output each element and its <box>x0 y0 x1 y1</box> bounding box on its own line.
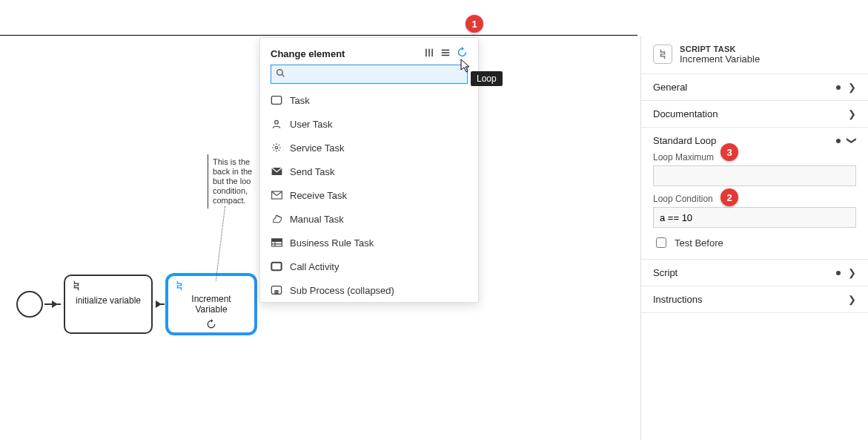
section-label: Instructions <box>653 294 702 305</box>
callout-1: 1 <box>466 15 483 33</box>
has-content-dot-icon <box>836 139 841 143</box>
script-icon <box>71 280 82 294</box>
loop-condition-label: Loop Condition <box>653 194 856 204</box>
chevron-down-icon: ❯ <box>847 137 858 145</box>
loop-maximum-input[interactable] <box>653 165 856 186</box>
section-script[interactable]: Script ❯ <box>641 260 868 286</box>
svg-point-0 <box>277 70 283 76</box>
send-icon <box>271 167 282 176</box>
element-type: SCRIPT TASK <box>680 45 760 53</box>
task-increment-variable-selected[interactable]: Increment Variable <box>167 275 256 334</box>
parallel-list-icon[interactable] <box>424 47 434 60</box>
section-label: General <box>653 82 687 93</box>
menu-label: Manual Task <box>290 214 344 225</box>
menu-item-task[interactable]: Task <box>260 88 477 112</box>
svg-rect-1 <box>271 96 281 105</box>
call-activity-icon <box>271 261 282 272</box>
section-standard-loop[interactable]: Standard Loop ❯ <box>641 128 868 152</box>
test-before-label: Test Before <box>675 237 723 249</box>
menu-label: Sub Process (collapsed) <box>290 285 394 296</box>
element-type-list[interactable]: Task User Task Service Task Send Task Re… <box>260 88 478 302</box>
element-name: Increment Variable <box>680 53 760 65</box>
section-label: Standard Loop <box>653 135 716 146</box>
subprocess-icon <box>271 285 282 295</box>
sequence-flow <box>156 303 165 305</box>
chevron-right-icon: ❯ <box>848 82 856 93</box>
menu-label: Task <box>290 95 310 106</box>
text-annotation[interactable]: This is the back in the but the loo cond… <box>208 154 263 208</box>
svg-point-2 <box>275 120 279 124</box>
svg-point-3 <box>275 146 278 149</box>
callout-3: 3 <box>720 143 738 161</box>
search-icon <box>271 68 290 80</box>
test-before-checkbox[interactable] <box>656 237 666 248</box>
tooltip: Loop <box>471 71 503 86</box>
menu-item-sub-process[interactable]: Sub Process (collapsed) <box>260 278 477 302</box>
menu-item-call-activity[interactable]: Call Activity <box>260 255 477 278</box>
menu-label: Call Activity <box>290 261 339 272</box>
menu-label: Business Rule Task <box>290 237 374 249</box>
menu-label: User Task <box>290 119 333 130</box>
annotation-association <box>216 206 225 280</box>
start-event[interactable] <box>16 291 43 318</box>
search-input-wrapper[interactable] <box>271 65 468 84</box>
section-label: Script <box>653 267 677 278</box>
panel-header: SCRIPT TASK Increment Variable <box>641 36 868 74</box>
hand-icon <box>271 214 282 224</box>
menu-item-receive-task[interactable]: Receive Task <box>260 183 477 207</box>
table-icon <box>271 238 282 247</box>
svg-rect-7 <box>271 239 282 241</box>
task-label: Increment Variable <box>168 294 254 315</box>
sequential-list-icon[interactable] <box>440 47 451 60</box>
script-icon <box>174 280 185 294</box>
section-label: Documentation <box>653 108 718 119</box>
loop-maximum-label: Loop Maximum <box>653 152 856 162</box>
chevron-right-icon: ❯ <box>848 267 856 278</box>
callout-2: 2 <box>720 188 738 206</box>
section-general[interactable]: General ❯ <box>641 74 868 101</box>
receive-icon <box>271 191 282 200</box>
sequence-flow <box>44 303 61 305</box>
menu-item-send-task[interactable]: Send Task <box>260 160 477 183</box>
chevron-right-icon: ❯ <box>848 294 856 305</box>
menu-item-user-task[interactable]: User Task <box>260 112 477 136</box>
has-content-dot-icon <box>836 271 841 275</box>
menu-item-service-task[interactable]: Service Task <box>260 136 477 160</box>
task-initialize-variable[interactable]: initialize variable <box>64 275 153 334</box>
user-icon <box>271 119 282 129</box>
loop-marker-icon <box>168 319 254 332</box>
change-element-popup: Change element Task User Tas <box>259 37 479 303</box>
menu-label: Send Task <box>290 166 334 177</box>
gear-icon <box>271 142 282 153</box>
search-input[interactable] <box>290 65 467 83</box>
has-content-dot-icon <box>836 85 841 90</box>
chevron-right-icon: ❯ <box>848 108 856 119</box>
menu-label: Service Task <box>290 142 344 154</box>
svg-rect-8 <box>271 263 281 271</box>
menu-item-business-rule-task[interactable]: Business Rule Task <box>260 231 477 255</box>
menu-item-manual-task[interactable]: Manual Task <box>260 207 477 231</box>
properties-panel: SCRIPT TASK Increment Variable General ❯… <box>640 36 868 440</box>
script-task-icon <box>653 45 672 64</box>
section-documentation[interactable]: Documentation ❯ <box>641 101 868 128</box>
task-label: initialize variable <box>65 295 151 306</box>
task-icon <box>271 95 282 105</box>
loop-condition-input[interactable] <box>653 207 856 228</box>
menu-label: Receive Task <box>290 190 347 201</box>
popup-title: Change element <box>271 48 345 59</box>
section-instructions[interactable]: Instructions ❯ <box>641 286 868 313</box>
